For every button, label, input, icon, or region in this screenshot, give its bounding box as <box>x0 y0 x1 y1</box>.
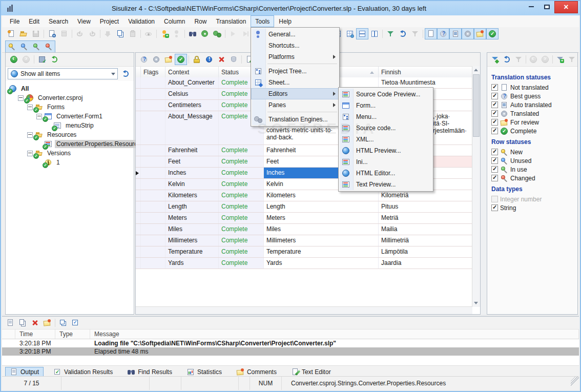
prev-filter-icon[interactable] <box>528 54 540 65</box>
checkbox[interactable] <box>491 149 498 155</box>
exchange-icon[interactable] <box>48 54 60 65</box>
table-row[interactable]: Millimeters Complete Millimeters Millime… <box>136 235 472 246</box>
panel-tab[interactable]: Output <box>5 367 44 377</box>
menubar-item[interactable]: Edit <box>24 15 44 27</box>
open-project-icon[interactable] <box>17 28 30 39</box>
checkbox[interactable] <box>491 110 498 117</box>
status-best-guess-icon[interactable] <box>138 54 150 65</box>
menubar-item[interactable]: Help <box>274 15 296 27</box>
panel-tab[interactable]: Find Results <box>122 367 177 377</box>
filter-clear-icon[interactable] <box>512 54 524 65</box>
submenu-item[interactable]: Text Preview... <box>339 179 433 190</box>
redo-icon[interactable] <box>86 28 98 39</box>
cell-flags[interactable] <box>141 190 165 201</box>
cell-english[interactable]: Millimeters <box>264 235 379 246</box>
log-row[interactable]: 3:20:18 PM Loading file "C:\Softpedia\NE… <box>2 339 579 347</box>
menubar-item[interactable]: Validation <box>123 15 159 27</box>
cell-flags[interactable] <box>141 156 165 167</box>
add-filter-icon[interactable] <box>554 54 566 65</box>
minimize-button[interactable] <box>524 1 539 12</box>
checkbox[interactable] <box>491 119 498 126</box>
cell-status[interactable]: Complete <box>219 235 264 246</box>
cell-context[interactable]: Fahrenheit <box>165 145 219 156</box>
tree-refresh-button[interactable] <box>119 68 132 79</box>
status-complete-icon[interactable] <box>175 54 187 65</box>
preview-icon[interactable] <box>46 28 58 39</box>
cell-context[interactable]: About_Message <box>165 111 219 145</box>
language-icon[interactable] <box>171 28 183 39</box>
cell-flags[interactable] <box>141 235 165 246</box>
log-header-message[interactable]: Message <box>90 329 579 339</box>
forward-icon[interactable] <box>20 54 32 65</box>
add-language-icon[interactable] <box>158 28 171 39</box>
pin-unused-icon[interactable] <box>18 41 30 52</box>
show-for-review-icon[interactable] <box>474 28 486 39</box>
checkbox[interactable] <box>491 175 498 181</box>
pin-new-icon[interactable] <box>6 41 18 52</box>
filter-refresh-icon[interactable] <box>501 54 513 65</box>
split-horizontal-icon[interactable] <box>356 28 368 39</box>
tree-expander-icon[interactable] <box>27 151 33 156</box>
delete-filter-icon[interactable] <box>566 54 577 65</box>
cell-flags[interactable] <box>141 77 165 88</box>
menu-item[interactable]: General... <box>251 29 339 40</box>
build-localized-icon[interactable] <box>211 28 223 39</box>
cell-status[interactable]: Complete <box>219 258 264 269</box>
cell-flags[interactable] <box>141 179 165 190</box>
maximize-button[interactable] <box>539 1 554 12</box>
log-row[interactable]: 3:20:18 PM Elapsed time 48 ms <box>2 347 579 356</box>
table-row[interactable]: Yards Complete Yards Jaardia <box>136 258 472 269</box>
cell-context[interactable]: Kilometers <box>165 190 219 201</box>
panel-tab[interactable]: Validation Results <box>49 367 117 377</box>
panel-tab[interactable]: Statistics <box>182 367 226 377</box>
cell-flags[interactable] <box>141 213 165 223</box>
refresh-grid-icon[interactable] <box>397 28 409 39</box>
translation-status-filter-row[interactable]: Translated <box>491 109 577 118</box>
submenu-item[interactable]: Source Code Preview... <box>339 89 433 100</box>
menubar-item[interactable]: Translation <box>211 15 251 27</box>
menubar-item[interactable]: Project <box>95 15 123 27</box>
menubar-item[interactable]: File <box>5 15 24 27</box>
delete-icon[interactable] <box>215 54 227 65</box>
tree-expander-icon[interactable] <box>36 114 42 119</box>
cell-flags[interactable] <box>141 100 165 111</box>
scope-filter-combobox[interactable]: Show all items <box>8 68 118 79</box>
back-icon[interactable] <box>8 54 20 65</box>
show-translated-icon[interactable] <box>462 28 474 39</box>
cell-status[interactable]: Complete <box>219 224 264 235</box>
cell-context[interactable]: Millimeters <box>165 235 219 246</box>
submenu-item[interactable]: HTML Preview... <box>339 145 433 156</box>
tree-item[interactable]: Converter.csproj <box>6 93 134 102</box>
horizontal-scrollbar[interactable] <box>136 306 472 314</box>
cell-finnish[interactable]: Jaardia <box>379 258 472 269</box>
cell-flags[interactable] <box>141 145 165 156</box>
log-document-icon[interactable] <box>4 317 16 328</box>
cell-context[interactable]: Miles <box>165 224 219 235</box>
checkbox[interactable] <box>491 196 498 202</box>
checkbox[interactable] <box>491 157 498 164</box>
cell-flags[interactable] <box>141 246 165 257</box>
filter-colored-icon[interactable] <box>384 28 397 39</box>
table-row[interactable]: Miles Complete Miles Mailia <box>136 224 472 235</box>
filter-plain-icon[interactable] <box>409 28 421 39</box>
invalidate-icon[interactable] <box>203 54 215 65</box>
menu-item[interactable]: Panes <box>251 99 339 111</box>
cell-status[interactable]: Complete <box>219 145 264 156</box>
menu-item[interactable]: Editors <box>251 88 339 99</box>
menu-item[interactable]: Sheet... <box>251 77 339 88</box>
next-filter-icon[interactable] <box>539 54 551 65</box>
cell-context[interactable]: Yards <box>165 258 219 269</box>
translation-status-filter-row[interactable]: Best guess <box>491 92 577 100</box>
save-icon[interactable] <box>30 28 42 39</box>
log-notes-icon[interactable] <box>41 317 53 328</box>
resize-grip[interactable] <box>571 377 579 390</box>
cell-flags[interactable] <box>141 258 165 269</box>
cell-status[interactable]: Complete <box>219 168 264 178</box>
header-finnish[interactable]: Finnish <box>379 67 480 78</box>
tree-expander-icon[interactable] <box>27 132 33 138</box>
show-auto-translated-icon[interactable] <box>449 28 462 39</box>
split-vertical-icon[interactable] <box>368 28 381 39</box>
copy-icon[interactable] <box>114 28 127 39</box>
cell-flags[interactable] <box>141 111 165 145</box>
panel-tab[interactable]: Comments <box>232 367 281 377</box>
